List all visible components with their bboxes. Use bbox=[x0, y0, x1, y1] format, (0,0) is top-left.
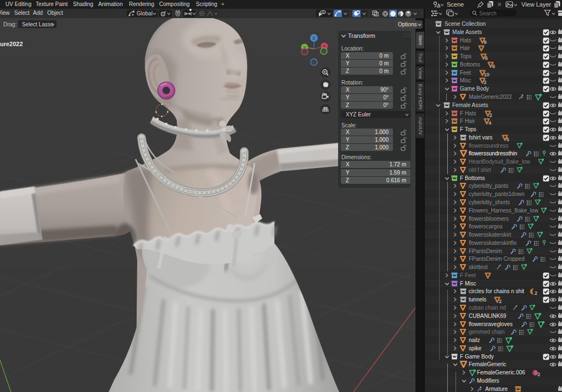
svg-text:Z: Z bbox=[313, 36, 316, 41]
